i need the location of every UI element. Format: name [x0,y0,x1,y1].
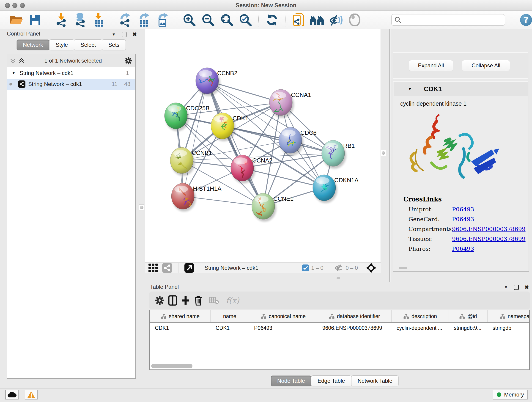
table-row[interactable]: CDK1CDK1P064939606.ENSP00000378699cyclin… [150,323,529,333]
table-cell: P06493 [249,325,317,331]
save-session-button[interactable] [27,12,43,28]
zoom-selected-button[interactable] [237,12,253,28]
results-panel-body: Expand All Collapse All ▼ CDK1 cyclin-de… [391,29,532,282]
cloud-button[interactable] [5,390,19,400]
tab-network-table[interactable]: Network Table [351,375,399,386]
import-table-button[interactable] [91,12,107,28]
close-panel-icon[interactable]: ✖ [525,285,529,290]
expand-all-icon[interactable] [19,57,25,64]
float-panel-icon[interactable] [514,285,519,290]
tab-select[interactable]: Select [74,39,102,51]
table-hscrollbar-thumb[interactable] [151,364,192,368]
gene-collapse-caret[interactable]: ▼ [408,87,412,91]
zoom-out-button[interactable] [200,12,216,28]
search-input[interactable] [391,14,505,26]
column-header[interactable]: shared name [150,310,210,322]
import-network-from-database-button[interactable] [72,12,88,28]
splitter-knob-icon [382,151,385,155]
collapse-all-button[interactable]: Collapse All [462,60,510,71]
string-home-button[interactable] [309,12,325,28]
column-header[interactable]: canonical name [249,310,317,322]
column-header[interactable]: name [210,310,249,322]
enable-disable-glass-button[interactable] [328,12,344,28]
crosslink-link[interactable]: P06493 [452,206,474,213]
share-gray-icon [162,263,172,273]
network-view-toolbar: String Network – cdk1 1 – 0 0 – 0 [145,262,381,273]
function-builder-button[interactable]: f(x) [226,296,239,305]
selected-checkbox-icon[interactable] [302,264,309,271]
close-panel-icon[interactable]: ✖ [133,32,137,37]
main-toolbar: ? [0,11,532,29]
add-column-button[interactable] [181,295,190,306]
crosslink-link[interactable]: P06493 [452,216,474,223]
database-import-icon [74,13,87,27]
apply-layout-button[interactable] [264,12,280,28]
horizontal-splitter-handle[interactable] [336,277,340,279]
show-columns-button[interactable] [168,295,177,306]
help-button[interactable]: ? [520,14,532,26]
tab-style[interactable]: Style [49,39,74,51]
node-label: CDC6 [300,129,317,136]
left-splitter-handle[interactable] [139,204,144,211]
export-table-button[interactable] [136,12,152,28]
column-label: canonical name [269,313,306,319]
grid-view-button[interactable] [148,264,158,272]
collapse-panel-icon[interactable]: ▼ [112,32,116,36]
status-bar: Memory [0,388,532,402]
tab-edge-table[interactable]: Edge Table [311,375,351,386]
network-overview-button[interactable] [162,263,172,273]
table-panel-title: Table Panel [150,284,179,290]
tab-node-table[interactable]: Node Table [271,375,311,386]
crosslink-link[interactable]: 9606.ENSP00000378699 [452,226,526,232]
gene-header[interactable]: ▼ CDK1 [394,82,528,96]
crosslink-label: Pharos: [409,245,452,252]
network-edge[interactable] [183,81,207,196]
table-toolbar: f(x) [149,292,530,309]
crosslink-link[interactable]: P06493 [452,245,474,252]
collapse-all-icon[interactable] [10,57,16,64]
export-network-button[interactable] [117,12,133,28]
gear-icon[interactable] [124,57,132,65]
tab-sets[interactable]: Sets [102,39,126,51]
node-label: RB1 [343,142,355,149]
column-label: shared name [169,313,200,319]
toolbar-separator [176,13,176,27]
right-splitter-handle[interactable] [380,150,386,156]
documents-share-icon [292,13,305,27]
birds-eye-button[interactable] [366,263,376,273]
node-label: CDKN1A [334,177,359,184]
crosslink-link[interactable]: 9606.ENSP00000378699 [452,236,526,242]
column-header[interactable]: namespace [488,310,530,322]
memory-button[interactable]: Memory [493,390,528,400]
delete-column-button[interactable] [194,295,203,306]
tree-expand-caret[interactable]: ▼ [12,71,16,75]
open-session-button[interactable] [8,12,24,28]
collapse-panel-icon[interactable]: ▼ [504,285,508,289]
export-image-button[interactable] [155,12,171,28]
table-cell: stringdb:9... [449,325,488,331]
import-network-button[interactable] [53,12,70,28]
tab-network[interactable]: Network [17,39,50,51]
memory-label: Memory [504,391,524,398]
network-collection-row[interactable]: ▼ String Network – cdk1 1 [7,68,135,79]
column-header[interactable]: @id [449,310,488,322]
inactive-indicator-button[interactable] [347,12,363,28]
network-view-canvas[interactable]: CCNB2CCNA1CDC25BCDK1CDC6RB1CCNB1CCNA2CDK… [145,29,381,262]
detach-view-button[interactable] [184,263,194,273]
float-panel-icon[interactable] [122,32,127,37]
zoom-in-button[interactable] [181,12,197,28]
hidden-eye-icon[interactable] [334,264,343,272]
delete-table-button[interactable] [209,296,219,305]
toolbar-separator [285,13,285,27]
table-settings-button[interactable] [155,296,165,305]
expand-all-button[interactable]: Expand All [409,60,453,71]
warnings-button[interactable] [25,390,38,400]
network-row-selected[interactable]: String Network – cdk1 11 48 [7,79,135,89]
zoom-fit-button[interactable] [219,12,235,28]
column-header[interactable]: description [392,310,449,322]
column-type-icon [459,313,465,319]
network-from-selection-button[interactable] [291,12,307,28]
results-scrollbar-thumb[interactable] [399,267,407,269]
column-header[interactable]: database identifier [317,310,392,322]
gray-sphere-icon [349,13,361,26]
